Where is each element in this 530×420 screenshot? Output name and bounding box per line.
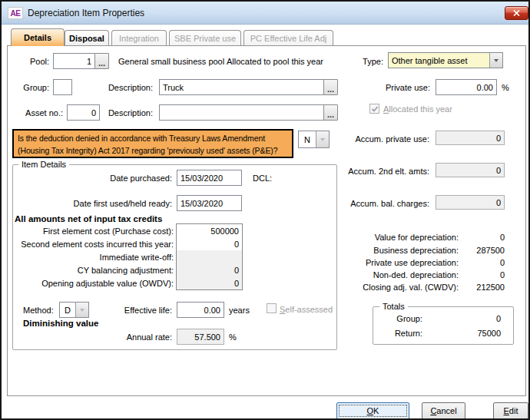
triangle-icon [494,59,499,62]
type-value: Other tangible asset [389,53,489,68]
date-first-used-value: 15/03/2020 [181,199,223,208]
ok-button[interactable]: OK [336,402,409,419]
annual-rate-unit: % [229,332,237,342]
second-element-costs-label: Second element costs incurred this year: [6,240,174,250]
chevron-down-icon[interactable] [489,53,502,68]
private-use-value: 0.00 [477,83,493,92]
totals-groupbox [373,306,514,345]
tab-details-label: Details [24,33,51,42]
asset-no-field[interactable]: 0 [67,104,100,121]
date-first-used-label: Date first used/held ready: [17,199,172,209]
second-element-costs-value: 0 [234,240,239,249]
chevron-down-icon[interactable] [75,303,88,317]
pool-browse-button[interactable]: ... [94,53,109,69]
pool-field[interactable]: 1 [53,53,95,69]
cancel-button-label: Cancel [430,406,456,415]
date-purchased-label: Date purchased: [32,174,172,184]
method-value: D [60,303,75,317]
closing-adj-val-value: 212500 [432,283,505,293]
triangle-icon [80,309,84,312]
description2-browse-button[interactable]: ... [323,104,338,121]
date-first-used-field[interactable]: 15/03/2020 [177,195,242,211]
totals-group-value: 0 [428,314,501,324]
totals-group-label: Group: [382,314,422,324]
allocated-this-year-label: Allocated this year [383,104,452,114]
method-label: Method: [23,306,54,316]
business-depreciation-value: 287500 [432,246,505,256]
annual-rate-value: 57.500 [194,332,220,342]
tab-disposal[interactable]: Disposal [65,30,109,45]
tab-disposal-label: Disposal [69,34,104,43]
tab-integration: Integration [111,30,167,45]
allocated-to-pool-text: Allocated to pool this year [227,57,323,67]
accum-2nd-elt-amts-field: 0 [436,163,505,177]
type-dropdown[interactable]: Other tangible asset [388,52,503,68]
window-title: Depreciation Item Properties [28,8,144,18]
edit-rest: dit [509,406,518,415]
allocated-this-year-checkbox [369,104,379,114]
close-icon [513,10,520,16]
asset-no-value: 0 [91,108,96,117]
description1-field[interactable]: Truck [159,79,324,95]
annual-rate-label: Annual rate: [109,332,172,342]
tab-integration-label: Integration [119,34,159,43]
ok-accesskey: O [367,406,374,415]
description2-field[interactable] [159,104,324,121]
cost-fields-box: 500000 0 0 0 [176,223,243,290]
pool-label: Pool: [2,57,49,67]
group-field[interactable] [53,79,72,95]
cy-balancing-adjustment-value: 0 [234,266,239,275]
cancel-button[interactable]: Cancel [422,402,465,419]
item-details-legend: Item Details [18,160,69,169]
annual-rate-field: 57.500 [177,329,224,345]
private-use-depreciation-value: 0 [432,258,505,268]
ok-button-label: OK [367,406,379,415]
value-for-depreciation-value: 0 [432,233,505,243]
accum-private-use-field: 0 [436,131,505,145]
tab-pc-effective-life-adj: PC Effective Life Adj [243,30,333,45]
net-of-input-tax-note: All amounts net of input tax credits [15,214,162,224]
method-dropdown[interactable]: D [59,302,89,318]
group-label: Group: [2,83,49,93]
totals-return-value: 75000 [428,329,501,339]
private-use-field[interactable]: 0.00 [436,79,497,95]
edit-button[interactable]: Edit [493,402,528,419]
ellipsis-icon: ... [98,58,105,68]
second-element-costs-field[interactable]: 0 [177,237,242,250]
effective-life-label: Effective life: [109,306,172,316]
ok-rest: K [373,406,379,415]
immediate-write-off-label: Immediate write-off: [6,253,174,263]
first-element-cost-field[interactable]: 500000 [177,224,242,237]
app-icon-text: AE [11,9,21,18]
effective-life-unit: years [229,306,250,316]
edit-button-label: Edit [504,406,518,415]
cy-balancing-adjustment-field: 0 [177,263,242,276]
tab-sbe-private-use-label: SBE Private use [174,34,236,43]
accum-private-use-label: Accum. private use: [293,134,429,144]
edit-accesskey: E [504,406,509,415]
description1-browse-button[interactable]: ... [323,79,338,95]
ellipsis-icon: ... [327,84,334,94]
first-element-cost-value: 500000 [210,227,239,236]
tab-pc-effective-life-adj-label: PC Effective Life Adj [250,34,326,43]
self-assessed-checkbox [267,303,277,313]
opening-adjustable-value-label: Opening adjustable value (OWDV): [6,279,174,289]
title-bar[interactable]: AE Depreciation Item Properties [2,2,528,25]
allocated-label-rest: llocated this year [389,104,452,114]
accum-private-use-value: 0 [496,134,501,143]
private-use-label: Private use: [355,83,430,93]
dcl-label: DCL: [253,174,272,184]
accum-bal-charges-value: 0 [496,198,501,207]
non-ded-depreciation-value: 0 [432,270,505,280]
description1-value: Truck [163,83,184,92]
opening-adjustable-value-value: 0 [234,279,239,288]
tab-details[interactable]: Details [11,28,65,46]
effective-life-field[interactable]: 0.00 [177,302,224,318]
method-name-text: Diminishing value [23,319,98,329]
totals-return-label: Return: [382,329,422,339]
self-assessed-label: Self-assessed [280,305,333,315]
tab-sbe-private-use: SBE Private use [169,30,241,45]
close-button[interactable] [505,6,528,20]
ellipsis-icon: ... [327,109,334,120]
date-purchased-field[interactable]: 15/03/2020 [177,170,242,186]
